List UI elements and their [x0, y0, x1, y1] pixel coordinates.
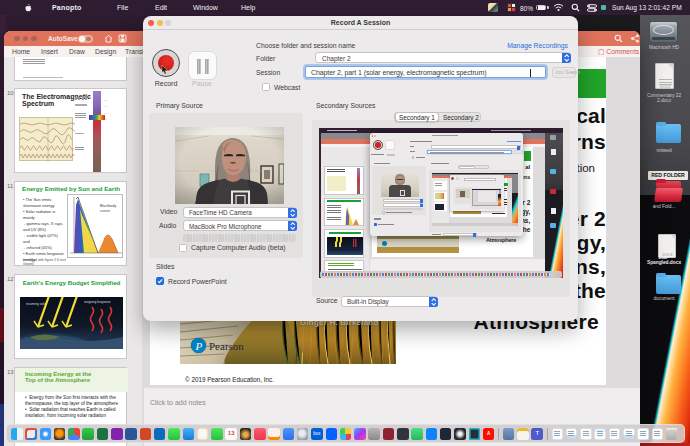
svg-text:incoming solar: incoming solar	[26, 302, 47, 306]
svg-text:Blackbody: Blackbody	[100, 204, 116, 208]
svg-text:outgoing longwave: outgoing longwave	[84, 300, 111, 304]
svg-text:curves: curves	[100, 209, 111, 213]
